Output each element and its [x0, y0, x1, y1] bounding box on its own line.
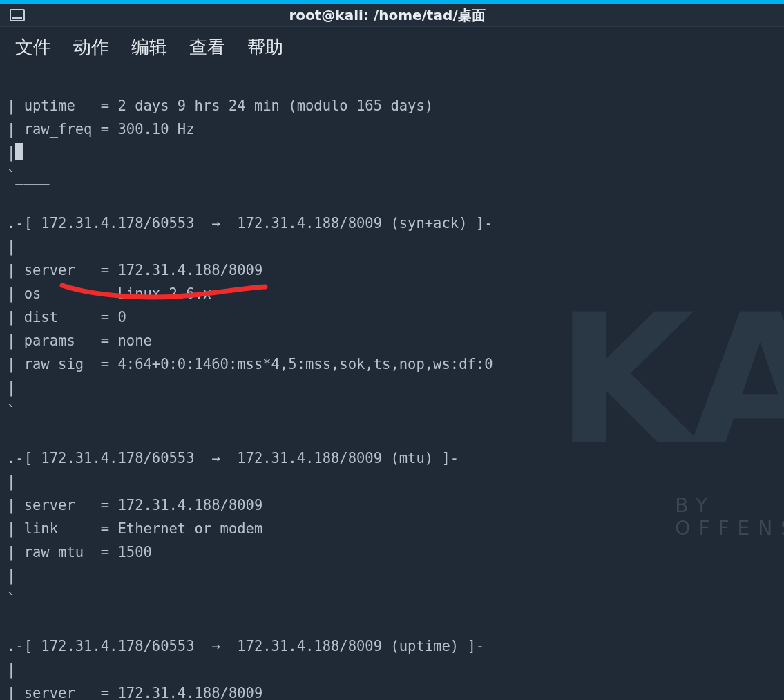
term-line: | server = 172.31.4.188/8009 — [7, 262, 262, 278]
term-line: | — [7, 661, 15, 678]
terminal-cursor — [15, 143, 23, 160]
term-line: | raw_mtu = 1500 — [7, 544, 152, 560]
term-line: | — [7, 473, 15, 490]
menu-view[interactable]: 查看 — [189, 35, 225, 59]
term-line: | raw_sig = 4:64+0:0:1460:mss*4,5:mss,so… — [7, 356, 493, 372]
term-line: | uptime = 2 days 9 hrs 24 min (modulo 1… — [7, 97, 433, 114]
menu-help[interactable]: 帮助 — [247, 35, 283, 59]
term-line: | server = 172.31.4.188/8009 — [7, 685, 262, 700]
terminal-icon — [10, 9, 25, 21]
term-line: `____ — [7, 403, 50, 419]
term-line: | — [7, 379, 15, 396]
term-line: .-[ 172.31.4.178/60553 → 172.31.4.188/80… — [7, 215, 493, 231]
term-line: `____ — [7, 168, 50, 185]
window-title: root@kali: /home/tad/桌面 — [32, 6, 784, 25]
term-line: | os = Linux 2.6.x — [7, 285, 211, 302]
term-line: | raw_freq = 300.10 Hz — [7, 121, 195, 138]
term-line: | server = 172.31.4.188/8009 — [7, 497, 262, 513]
menu-actions[interactable]: 动作 — [73, 35, 109, 59]
term-line: `____ — [7, 591, 50, 607]
term-line: | dist = 0 — [7, 309, 126, 325]
menu-bar: 文件 动作 编辑 查看 帮助 — [0, 27, 784, 66]
term-line: | — [7, 567, 15, 584]
term-line: .-[ 172.31.4.178/60553 → 172.31.4.188/80… — [7, 638, 484, 654]
term-line: | — [7, 238, 15, 255]
menu-file[interactable]: 文件 — [15, 35, 51, 59]
terminal-output[interactable]: | uptime = 2 days 9 hrs 24 min (modulo 1… — [0, 66, 784, 700]
menu-edit[interactable]: 编辑 — [131, 35, 167, 59]
term-line: | — [7, 144, 15, 161]
term-line: | link = Ethernet or modem — [7, 520, 262, 537]
window-titlebar[interactable]: root@kali: /home/tad/桌面 — [0, 4, 784, 27]
term-line: | params = none — [7, 332, 152, 349]
term-line: .-[ 172.31.4.178/60553 → 172.31.4.188/80… — [7, 450, 459, 466]
